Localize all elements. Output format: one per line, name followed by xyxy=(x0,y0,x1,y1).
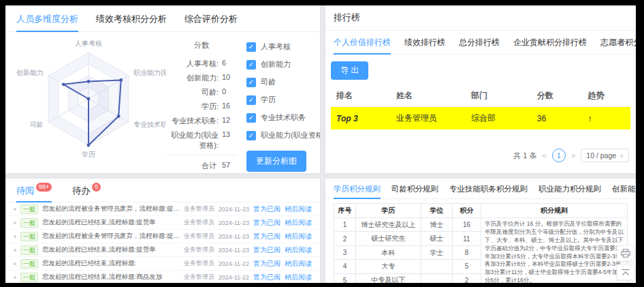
mark-read-link[interactable]: 置为已阅 xyxy=(253,273,280,282)
read-later-link[interactable]: 稍后阅读 xyxy=(285,259,312,269)
score-label: 职业能力(职业资格): xyxy=(166,130,219,151)
analysis-tab-2[interactable]: 综合评价分析 xyxy=(184,5,238,32)
read-later-link[interactable]: 稍后阅读 xyxy=(285,205,312,214)
page-size-select[interactable]: 10 / page ∨ xyxy=(581,149,629,162)
bullet-dot-icon xyxy=(14,235,16,238)
sender-name: 业务管理员 xyxy=(184,245,214,254)
filter-label: 学历 xyxy=(261,95,276,105)
filter-label: 创新能力 xyxy=(261,59,291,70)
rules-cell: 2 xyxy=(453,273,481,283)
trend-cell: ↑ xyxy=(583,107,630,130)
radar-axis-label: 专业技术职务 xyxy=(133,121,166,128)
export-button[interactable]: 导 出 xyxy=(331,61,368,80)
checkbox-checked-icon[interactable]: ✓ xyxy=(246,95,256,105)
radar-axis-label: 创新能力 xyxy=(16,69,44,76)
filter-label: 专业技术职务 xyxy=(261,112,306,123)
rules-row: 1博士研究生及以上博士16学历及学位共计 16 分。根据学历及学位取得所需要的年… xyxy=(334,218,628,232)
checkbox-checked-icon[interactable]: ✓ xyxy=(246,60,256,70)
mark-read-link[interactable]: 置为已阅 xyxy=(253,259,280,269)
ranking-tab-0[interactable]: 个人价值排行榜 xyxy=(334,31,391,55)
read-later-link[interactable]: 稍后阅读 xyxy=(285,273,312,282)
current-page-button[interactable]: 1 xyxy=(552,149,566,162)
rules-cell: 本科 xyxy=(356,245,421,259)
score-row: 学历:16 xyxy=(166,102,237,112)
filter-checkbox-0[interactable]: ✓人事考核 xyxy=(246,42,320,52)
update-chart-button[interactable]: 更新分析图 xyxy=(246,151,306,172)
ranking-tab-1[interactable]: 绩效排行榜 xyxy=(404,31,445,55)
rules-tab-2[interactable]: 专业技能职务积分规则 xyxy=(449,179,528,199)
read-later-link[interactable]: 稍后阅读 xyxy=(285,232,312,241)
score-value: 0 xyxy=(222,87,237,95)
filter-list: ✓人事考核✓创新能力✓司龄✓学历✓专业技术职务✓职业能力(职业资格) xyxy=(246,42,320,140)
mark-read-link[interactable]: 置为已阅 xyxy=(253,245,280,255)
score-total-row: 合计 57 xyxy=(166,155,237,171)
message-text: 您发起的流程已经结束,流程标题:提货单 xyxy=(42,218,156,227)
score-value: 16 xyxy=(222,102,237,110)
radar-axis-label: 职业能力(职业资格) xyxy=(133,69,166,76)
ranking-tab-2[interactable]: 总分排行榜 xyxy=(459,31,500,55)
score-header: 分数 xyxy=(166,40,237,50)
rules-tab-0[interactable]: 学历积分规则 xyxy=(334,179,381,199)
rules-tabs: 学历积分规则司龄积分规则专业技能职务积分规则职业能力积分规则创新能力积分规则人事… xyxy=(325,179,636,199)
radar-data-point xyxy=(117,115,120,118)
rules-cell: 博士 xyxy=(421,218,453,232)
filter-checkbox-2[interactable]: ✓司龄 xyxy=(246,77,320,87)
checkbox-checked-icon[interactable]: ✓ xyxy=(246,113,256,123)
inbox-list: 一般您发起的流程被业务管理员废弃，流程标题:提货单，废弃说明:业务管理员2024… xyxy=(5,202,320,283)
filter-checkbox-4[interactable]: ✓专业技术职务 xyxy=(246,112,320,123)
name-cell: 业务管理员 xyxy=(391,107,466,130)
score-row: 创新能力:10 xyxy=(166,73,237,83)
rule-description-cell: 学历及学位共计 16 分。根据学历及学位取得所需要的年限及难度划分为五个等级分配… xyxy=(481,218,628,284)
next-page-button[interactable]: > xyxy=(571,151,575,160)
inbox-tab-1[interactable]: 待办5 xyxy=(72,179,101,202)
score-row: 职业能力(职业资格):13 xyxy=(166,130,237,151)
rules-tab-3[interactable]: 职业能力积分规则 xyxy=(538,179,601,199)
mark-read-link[interactable]: 置为已阅 xyxy=(253,205,280,214)
rules-cell: 硕士研究生 xyxy=(356,232,421,245)
filter-checkbox-1[interactable]: ✓创新能力 xyxy=(246,59,320,70)
checkbox-checked-icon[interactable]: ✓ xyxy=(246,42,256,52)
sender-name: 业务管理员 xyxy=(184,273,214,282)
prev-page-button[interactable]: < xyxy=(542,151,546,160)
inbox-item: 一般您发起的流程已经结束,流程标题:提货单业务管理员2024-11-23置为已阅… xyxy=(5,216,320,230)
filter-label: 职业能力(职业资格) xyxy=(261,130,320,140)
ranking-tab-4[interactable]: 志愿者积分排行榜 xyxy=(600,31,636,55)
bullet-dot-icon xyxy=(14,276,16,279)
ranking-header-cell: 趋势 xyxy=(583,85,630,107)
item-actions: 业务管理员2024-11-23置为已阅稍后阅读 xyxy=(184,205,312,214)
priority-tag: 一般 xyxy=(20,273,38,282)
filter-checkbox-5[interactable]: ✓职业能力(职业资格) xyxy=(246,130,320,140)
radar-data-point xyxy=(87,80,91,83)
ranking-tab-3[interactable]: 企业贡献积分排行榜 xyxy=(513,31,587,55)
service-widget-button[interactable] xyxy=(617,245,634,261)
rules-cell: 5 xyxy=(334,273,356,283)
ranking-header-cell: 姓名 xyxy=(391,85,466,107)
dimension-filters: ✓人事考核✓创新能力✓司龄✓学历✓专业技术职务✓职业能力(职业资格) 更新分析图 xyxy=(246,33,320,172)
bullet-dot-icon xyxy=(14,222,16,224)
checkbox-checked-icon[interactable]: ✓ xyxy=(246,78,256,87)
inbox-tab-0[interactable]: 待阅99+ xyxy=(16,179,52,202)
mark-read-link[interactable]: 置为已阅 xyxy=(253,218,280,228)
score-label: 专业技术职务: xyxy=(166,116,219,126)
item-date: 2024-11-22 xyxy=(219,274,249,281)
score-row: 专业技术职务:12 xyxy=(166,116,237,126)
checkbox-checked-icon[interactable]: ✓ xyxy=(246,131,256,140)
item-actions: 业务管理员2024-11-22置为已阅稍后阅读 xyxy=(184,259,312,269)
rules-cell: 2 xyxy=(334,232,356,245)
analysis-tab-1[interactable]: 绩效考核积分分析 xyxy=(96,5,167,32)
ranking-header-cell: 分数 xyxy=(532,85,583,107)
rules-tab-4[interactable]: 创新能力积分规则 xyxy=(612,179,636,199)
read-later-link[interactable]: 稍后阅读 xyxy=(285,245,312,255)
mark-read-link[interactable]: 置为已阅 xyxy=(253,232,280,241)
sender-name: 业务管理员 xyxy=(184,259,214,268)
score-value: 6 xyxy=(222,59,237,67)
rules-tab-1[interactable]: 司龄积分规则 xyxy=(391,179,438,199)
read-later-link[interactable]: 稍后阅读 xyxy=(285,218,312,228)
rules-cell: 3 xyxy=(334,245,356,259)
score-value: 10 xyxy=(222,73,237,81)
analysis-tab-0[interactable]: 人员多维度分析 xyxy=(16,5,78,32)
back-to-top-button[interactable] xyxy=(617,265,634,280)
filter-checkbox-3[interactable]: ✓学历 xyxy=(246,95,320,105)
ranking-row[interactable]: Top 3业务管理员综合部36↑ xyxy=(331,107,630,130)
sender-name: 业务管理员 xyxy=(184,205,214,213)
